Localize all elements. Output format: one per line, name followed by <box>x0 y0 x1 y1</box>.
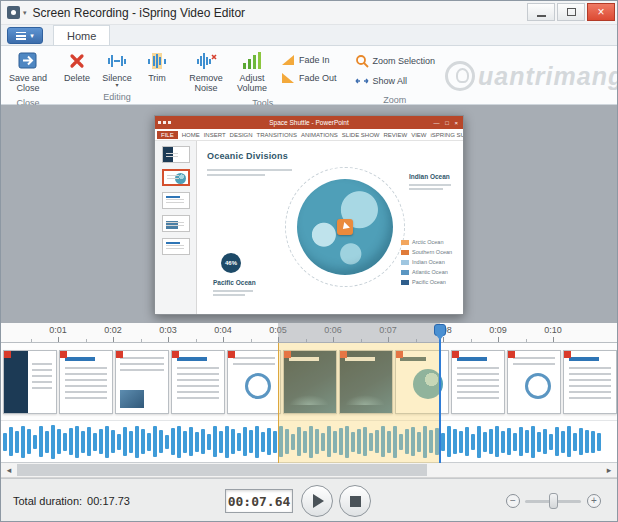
tab-home[interactable]: Home <box>53 25 110 45</box>
waveform-bar <box>231 429 235 454</box>
close-button[interactable]: × <box>587 3 615 21</box>
waveform-bar <box>303 431 307 453</box>
audio-waveform[interactable] <box>1 421 617 463</box>
waveform-bar <box>537 432 541 452</box>
waveform-bar <box>243 427 247 456</box>
zoom-out-button[interactable]: − <box>506 494 520 508</box>
zoom-in-button[interactable]: + <box>587 494 601 508</box>
waveform-bar <box>177 426 181 458</box>
slide-thumbnail <box>162 169 190 186</box>
app-icon <box>7 6 20 19</box>
timeline-clip[interactable] <box>507 350 561 414</box>
window-menu-caret-icon[interactable]: ▾ <box>23 9 27 17</box>
waveform-bar <box>69 428 73 455</box>
clip-marker-icon <box>284 351 291 358</box>
ruler-tick-minor <box>31 339 32 342</box>
percent-badge: 46% <box>221 253 241 273</box>
waveform-bar <box>237 433 241 451</box>
title-bar[interactable]: ▾ Screen Recording - iSpring Video Edito… <box>1 1 617 25</box>
timeline-clip[interactable] <box>3 350 57 414</box>
waveform-bar <box>219 431 223 453</box>
legend-color-chip <box>401 270 409 275</box>
waveform-bar <box>39 426 43 457</box>
maximize-button[interactable] <box>557 3 585 21</box>
text-placeholder <box>213 290 253 292</box>
maximize-icon <box>567 8 576 16</box>
timeline-clip[interactable] <box>283 350 337 414</box>
timeline-clip[interactable] <box>59 350 113 414</box>
scrollbar-thumb[interactable] <box>17 464 427 476</box>
play-button[interactable] <box>301 485 333 517</box>
ppt-ribbon-tab: REVIEW <box>384 132 408 138</box>
waveform-bar <box>561 431 565 453</box>
ruler-tick <box>223 337 224 342</box>
show-all-icon <box>355 74 369 88</box>
waveform-bar <box>99 429 103 454</box>
timeline-clip[interactable] <box>115 350 169 414</box>
minimize-button[interactable] <box>527 3 555 21</box>
scroll-left-button[interactable]: ◂ <box>1 463 17 477</box>
legend-color-chip <box>401 240 409 245</box>
timeline-clip[interactable] <box>563 350 617 414</box>
total-duration-label: Total duration: <box>13 495 82 507</box>
trim-button[interactable]: Trim <box>137 49 177 85</box>
waveform-bar <box>333 431 337 453</box>
ribbon-group-tools: Remove Noise Adjust Volume Fade In <box>181 48 345 104</box>
timeline-ruler[interactable]: 0:010:020:030:040:050:060:070:080:090:10 <box>1 323 617 343</box>
ruler-tick-label: 0:07 <box>373 325 403 335</box>
waveform-bar <box>135 426 139 458</box>
ppt-ribbon-tab: iSPRING SUITE 8 <box>431 132 463 138</box>
timeline-clip[interactable] <box>227 350 281 414</box>
timeline-clip[interactable] <box>339 350 393 414</box>
waveform-bar <box>81 431 85 453</box>
ruler-tick-minor <box>86 339 87 342</box>
timeline-scrollbar[interactable]: ◂ ▸ <box>1 463 617 478</box>
ruler-tick <box>388 337 389 342</box>
waveform-bar <box>447 426 451 457</box>
waveform-bar <box>45 431 49 453</box>
zoom-selection-button[interactable]: Zoom Selection <box>352 53 439 69</box>
show-all-button[interactable]: Show All <box>352 73 439 89</box>
slide-thumbnail <box>162 146 190 163</box>
waveform-bar <box>255 426 259 458</box>
ppt-ribbon-tab: SLIDE SHOW <box>342 132 380 138</box>
ppt-main-area: Oceanic Divisions 46% Pacific Ocean Indi… <box>155 141 463 314</box>
ruler-tick <box>553 337 554 342</box>
chevron-down-icon: ▾ <box>30 32 34 39</box>
video-track[interactable] <box>1 343 617 421</box>
ruler-tick-label: 0:01 <box>43 325 73 335</box>
button-label: Save and Close <box>8 73 48 94</box>
text-placeholder <box>409 184 451 186</box>
clip-marker-icon <box>340 351 347 358</box>
app-menu-button[interactable]: ▾ <box>7 27 43 44</box>
slide-thumbnail <box>162 215 190 232</box>
playhead-handle[interactable] <box>434 324 446 336</box>
fade-out-button[interactable]: Fade Out <box>278 71 340 85</box>
waveform-bar <box>285 429 289 454</box>
legend-label: Arctic Ocean <box>412 239 443 245</box>
waveform-bar <box>75 426 79 458</box>
remove-noise-button[interactable]: Remove Noise <box>183 49 229 96</box>
clip-thumbnail <box>172 351 224 413</box>
waveform-bar <box>411 427 415 456</box>
watermark: uantrimang <box>445 48 618 104</box>
timeline-clip[interactable] <box>171 350 225 414</box>
stop-button[interactable] <box>339 485 371 517</box>
scroll-right-button[interactable]: ▸ <box>601 463 617 477</box>
waveform-bar <box>147 433 151 451</box>
zoom-slider-thumb[interactable] <box>549 493 558 509</box>
ppt-ribbon-tab: FILE <box>157 131 178 139</box>
fade-in-button[interactable]: Fade In <box>278 53 340 67</box>
silence-button[interactable]: Silence ▾ <box>97 49 137 89</box>
waveform-bar <box>201 429 205 454</box>
waveform-bar <box>453 429 457 454</box>
waveform-bar <box>249 430 253 453</box>
timeline-clip[interactable] <box>451 350 505 414</box>
waveform-bar <box>417 432 421 452</box>
ppt-tab-row: FILEHOMEINSERTDESIGNTRANSITIONSANIMATION… <box>155 129 463 141</box>
ruler-tick-label: 0:02 <box>98 325 128 335</box>
adjust-volume-button[interactable]: Adjust Volume <box>229 49 275 96</box>
save-and-close-button[interactable]: Save and Close <box>5 49 51 96</box>
delete-button[interactable]: Delete <box>57 49 97 85</box>
waveform-bar <box>471 434 475 450</box>
